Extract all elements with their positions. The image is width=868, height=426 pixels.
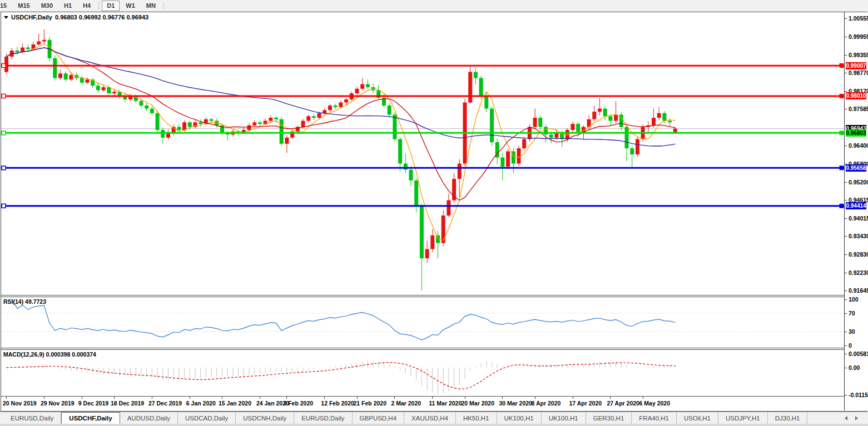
price-tick-label: 0.91645 bbox=[849, 287, 868, 294]
chart-ohlc-quote: 0.96803 0.96992 0.96776 0.96943 bbox=[55, 14, 148, 21]
tab-usdchf-daily[interactable]: USDCHF,Daily bbox=[61, 412, 120, 424]
macd-tick-label: 0.00 bbox=[849, 364, 860, 371]
price-tick-label: 1.00555 bbox=[849, 15, 868, 22]
time-tick-label: 29 Nov 2019 bbox=[41, 400, 75, 407]
time-tick-mark bbox=[535, 397, 535, 399]
timeframe-button-m30[interactable]: M30 bbox=[36, 1, 58, 11]
axis-tick-mark bbox=[845, 290, 847, 291]
axis-tick-mark bbox=[845, 109, 847, 109]
axis-tick-mark bbox=[845, 368, 847, 368]
time-tick-mark bbox=[6, 397, 7, 399]
tab-hk50-h1[interactable]: HK50,H1 bbox=[456, 412, 497, 424]
price-tick-label: 0.99955 bbox=[849, 33, 868, 40]
tab-audusd-daily[interactable]: AUDUSD,Daily bbox=[120, 412, 178, 424]
time-tick-mark bbox=[357, 397, 358, 399]
time-tick-label: 9 Dec 2019 bbox=[78, 400, 108, 407]
time-tick-mark bbox=[114, 397, 115, 399]
time-tick-mark bbox=[260, 397, 260, 399]
price-axis[interactable]: 1.005550.999550.993550.987700.981700.975… bbox=[844, 12, 867, 410]
price-tick-label: 0.96400 bbox=[849, 142, 868, 149]
price-tick-label: 0.92830 bbox=[849, 251, 868, 258]
timeframe-button-h4[interactable]: H4 bbox=[78, 1, 96, 11]
rsi-tick-label: 0 bbox=[849, 342, 852, 349]
tab-gbpusd-h4[interactable]: GBPUSD,H4 bbox=[353, 412, 404, 424]
tab-xauusd-h4[interactable]: XAUUSD,H4 bbox=[404, 412, 456, 424]
macd-chart[interactable] bbox=[1, 350, 844, 396]
tab-uk100-h1[interactable]: UK100,H1 bbox=[497, 412, 542, 424]
time-tick-label: 27 Dec 2019 bbox=[148, 400, 182, 407]
tab-usdjpy-h1[interactable]: USDJPY,H1 bbox=[718, 412, 768, 424]
tab-uk100-h1[interactable]: UK100,H1 bbox=[542, 412, 586, 424]
tab-eurusd-daily[interactable]: EURUSD,Daily bbox=[3, 412, 61, 424]
macd-tick-label: -0.011514 bbox=[849, 392, 868, 398]
timeframe-button-h1[interactable]: H1 bbox=[59, 1, 77, 11]
price-tick-label: 0.93430 bbox=[849, 233, 868, 239]
tab-usoil-h1[interactable]: USOil,H1 bbox=[677, 412, 718, 424]
time-tick-mark bbox=[502, 397, 503, 399]
time-tick-label: 12 Feb 2020 bbox=[321, 400, 354, 407]
axis-tick-mark bbox=[845, 273, 847, 273]
time-tick-mark bbox=[643, 397, 643, 399]
time-tick-mark bbox=[465, 397, 465, 399]
time-tick-mark bbox=[432, 397, 433, 399]
time-tick-label: 20 Mar 2020 bbox=[462, 400, 495, 407]
time-tick-label: 8 Apr 2020 bbox=[532, 400, 561, 407]
time-tick-label: 27 Apr 2020 bbox=[607, 400, 639, 407]
time-tick-label: 30 Mar 2020 bbox=[499, 400, 532, 407]
time-tick-mark bbox=[573, 397, 573, 399]
axis-tick-mark bbox=[845, 182, 847, 183]
time-tick-mark bbox=[324, 397, 325, 399]
time-tick-label: 6 May 2020 bbox=[639, 400, 670, 407]
price-badge-0.96803: 0.96803 bbox=[846, 129, 866, 137]
time-tick-label: 3 Feb 2020 bbox=[283, 400, 313, 407]
chart-window: USDCHF,Daily 0.96803 0.96992 0.96776 0.9… bbox=[1, 12, 867, 412]
rsi-label: RSI(14) 49.7723 bbox=[3, 298, 46, 305]
price-tick-label: 0.99355 bbox=[849, 52, 868, 58]
timeframe-button-15[interactable]: 15 bbox=[0, 1, 12, 11]
chart-title: USDCHF,Daily 0.96803 0.96992 0.96776 0.9… bbox=[4, 14, 148, 21]
time-tick-mark bbox=[394, 397, 395, 399]
rsi-tick-label: 70 bbox=[849, 310, 855, 317]
axis-tick-mark bbox=[845, 200, 847, 201]
axis-tick-mark bbox=[845, 146, 847, 146]
macd-label: MACD(12,26,9) 0.000398 0.000374 bbox=[3, 351, 96, 358]
rsi-tick-label: 30 bbox=[849, 328, 855, 335]
time-tick-label: 15 Jan 2020 bbox=[219, 400, 251, 407]
time-tick-mark bbox=[152, 397, 152, 399]
tab-usdcnh-daily[interactable]: USDCNH,Daily bbox=[236, 412, 294, 424]
time-tick-label: 6 Jan 2020 bbox=[186, 400, 216, 407]
time-tick-mark bbox=[82, 397, 82, 399]
time-tick-label: 11 Mar 2020 bbox=[429, 400, 462, 407]
chart-tab-bar: EURUSD,DailyUSDCHF,DailyAUDUSD,DailyUSDC… bbox=[0, 412, 868, 426]
tab-dj30-h1[interactable]: DJ30,H1 bbox=[768, 412, 808, 424]
tab-fra40-h1[interactable]: FRA40,H1 bbox=[632, 412, 677, 424]
tab-usdcad-daily[interactable]: USDCAD,Daily bbox=[178, 412, 236, 424]
axis-tick-mark bbox=[845, 218, 847, 219]
toolbar-separator bbox=[98, 2, 99, 10]
trading-terminal: 15M15M30H1H4D1W1MN USDCHF,Daily 0.96803 … bbox=[0, 0, 868, 426]
rsi-chart[interactable] bbox=[1, 297, 844, 348]
rsi-tick-label: 100 bbox=[849, 296, 859, 303]
timeframe-button-mn[interactable]: MN bbox=[141, 1, 161, 11]
time-tick-mark bbox=[190, 397, 190, 399]
tab-ger30-h1[interactable]: GER30,H1 bbox=[586, 412, 632, 424]
time-tick-label: 20 Nov 2019 bbox=[3, 400, 37, 407]
scroll-left-icon[interactable] bbox=[845, 416, 847, 420]
time-axis[interactable]: 20 Nov 201929 Nov 20199 Dec 201918 Dec 2… bbox=[1, 396, 844, 411]
price-tick-label: 0.98770 bbox=[849, 69, 868, 76]
rsi-panel[interactable]: RSI(14) 49.7723 bbox=[1, 297, 844, 348]
timeframe-button-w1[interactable]: W1 bbox=[121, 1, 140, 11]
axis-tick-mark bbox=[845, 313, 847, 314]
time-tick-label: 2 Mar 2020 bbox=[391, 400, 421, 407]
time-tick-mark bbox=[44, 397, 44, 399]
candlestick-chart[interactable] bbox=[1, 12, 844, 295]
price-chart-panel[interactable]: USDCHF,Daily 0.96803 0.96992 0.96776 0.9… bbox=[1, 12, 844, 295]
timeframe-button-d1[interactable]: D1 bbox=[102, 1, 120, 11]
timeframe-button-m15[interactable]: M15 bbox=[13, 1, 34, 11]
toolbar-separator bbox=[163, 2, 164, 10]
time-tick-label: 18 Dec 2019 bbox=[111, 400, 144, 407]
axis-tick-mark bbox=[845, 332, 847, 332]
tab-eurusd-daily[interactable]: EURUSD,Daily bbox=[294, 412, 352, 424]
macd-panel[interactable]: MACD(12,26,9) 0.000398 0.000374 bbox=[1, 350, 844, 396]
scroll-right-icon[interactable] bbox=[855, 416, 858, 420]
